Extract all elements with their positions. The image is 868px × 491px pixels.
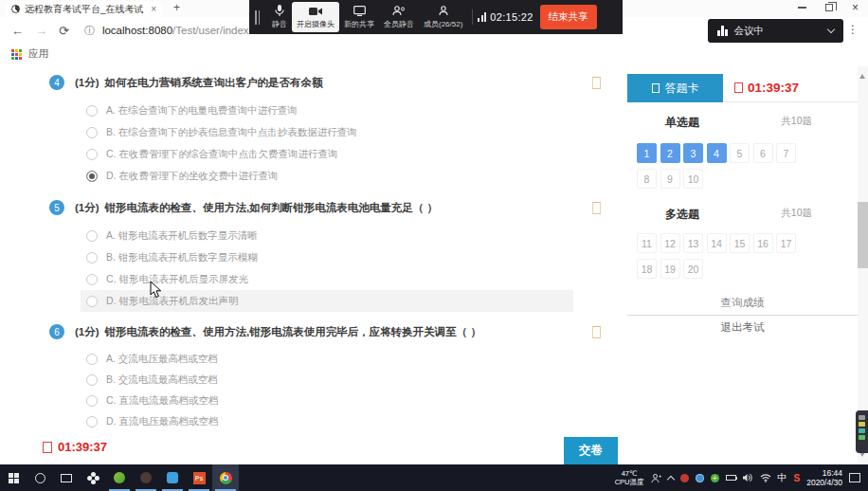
scroll-up-icon[interactable] — [859, 74, 865, 79]
grid-cell[interactable]: 4 — [707, 143, 727, 163]
forward-icon[interactable]: → — [35, 24, 47, 38]
mark-question-icon[interactable] — [592, 77, 601, 89]
show-hidden-icons[interactable] — [666, 475, 674, 482]
mark-question-icon[interactable] — [592, 326, 601, 338]
address-bar[interactable]: localhost:8080/Test/user/index.do — [102, 25, 264, 36]
grid-cell[interactable]: 14 — [707, 233, 727, 253]
scrollbar-thumb[interactable] — [858, 202, 868, 268]
grid-cell[interactable]: 13 — [683, 233, 703, 253]
ime-indicator[interactable]: 中 — [778, 471, 787, 484]
restore-icon[interactable] — [825, 4, 833, 11]
grid-cell[interactable]: 6 — [753, 143, 773, 163]
option-label: C. 直流电流最高档或空档 — [106, 394, 218, 408]
radio-selected-icon[interactable] — [86, 171, 98, 182]
radio-icon[interactable] — [86, 105, 98, 117]
grid-cell[interactable]: 12 — [660, 233, 680, 253]
radio-icon[interactable] — [86, 374, 98, 386]
members-button[interactable]: 成员(26/52) — [419, 2, 467, 32]
radio-icon[interactable] — [86, 127, 98, 138]
query-score-link[interactable]: 查询成绩 — [627, 291, 858, 316]
radio-icon[interactable] — [86, 354, 98, 365]
grid-cell[interactable]: 1 — [637, 143, 657, 163]
site-info-icon[interactable]: ⓘ — [84, 24, 95, 38]
mute-all-button[interactable]: 全员静音 — [379, 2, 419, 32]
taskbar-app-pinwheel[interactable] — [80, 464, 106, 491]
action-center-icon[interactable] — [849, 473, 860, 482]
grid-cell[interactable]: 19 — [660, 259, 680, 279]
radio-icon[interactable] — [86, 416, 98, 427]
radio-icon[interactable] — [86, 274, 98, 285]
camera-button[interactable]: 开启摄像头 — [292, 2, 339, 32]
option-row[interactable]: A. 钳形电流表开机后数字显示清晰 — [81, 225, 573, 246]
radio-icon[interactable] — [86, 230, 98, 242]
option-row[interactable]: B. 交流电流最高档或空档 — [81, 370, 573, 391]
cortana-button[interactable] — [27, 464, 53, 491]
option-row[interactable]: D. 在收费管理下的坐收交费中进行查询 — [81, 165, 573, 187]
close-icon[interactable]: × — [852, 3, 859, 12]
sogou-icon[interactable]: S — [794, 473, 801, 483]
browser-menu-icon[interactable]: ⋮ — [847, 23, 859, 36]
option-row[interactable]: A. 在综合查询下的电量电费查询中进行查询 — [81, 100, 573, 121]
grid-cell[interactable]: 9 — [660, 169, 680, 189]
grid-cell[interactable]: 11 — [637, 233, 657, 253]
radio-icon[interactable] — [86, 149, 98, 160]
radio-icon[interactable] — [86, 395, 98, 407]
taskbar-app-chrome[interactable] — [212, 464, 239, 491]
grid-cell[interactable]: 5 — [730, 143, 750, 163]
grid-cell[interactable]: 7 — [776, 143, 796, 163]
grid-cell[interactable]: 3 — [683, 143, 703, 163]
radio-icon[interactable] — [86, 296, 98, 307]
option-label: B. 交流电流最高档或空档 — [106, 373, 218, 387]
wifi-icon[interactable] — [760, 474, 771, 482]
speaker-icon[interactable] — [743, 473, 753, 482]
battery-icon[interactable] — [726, 475, 736, 481]
chevron-down-icon[interactable] — [827, 26, 835, 33]
mark-question-icon[interactable] — [592, 202, 601, 214]
apps-bookmark-label[interactable]: 应用 — [28, 47, 48, 61]
task-view-button[interactable] — [53, 464, 80, 491]
minimize-icon[interactable] — [798, 7, 806, 9]
option-row[interactable]: A. 交流电压最高档或空档 — [81, 349, 573, 370]
taskbar-app-dark[interactable] — [133, 464, 159, 491]
taskbar-app-blue[interactable] — [159, 464, 186, 491]
grid-cell[interactable]: 17 — [776, 233, 796, 253]
browser-tab[interactable]: 远程教育考试平台_在线考试 × — [6, 1, 162, 17]
end-share-button[interactable]: 结束共享 — [540, 5, 597, 29]
new-share-button[interactable]: 新的共享 — [339, 2, 379, 32]
mute-button[interactable]: 静音 — [267, 2, 292, 32]
tray-globe-icon[interactable] — [696, 474, 704, 482]
taskbar-clock[interactable]: 16:44 2020/4/30 — [806, 468, 842, 487]
back-icon[interactable]: ← — [11, 24, 24, 38]
floating-toolbar-widget[interactable] — [856, 410, 868, 453]
grid-cell[interactable]: 20 — [683, 259, 703, 279]
grid-cell[interactable]: 2 — [660, 143, 680, 163]
taskbar-app-photoshop[interactable]: Ps — [186, 464, 212, 491]
option-row[interactable]: B. 在综合查询下的抄表信息查询中点击抄表数据进行查询 — [81, 121, 573, 143]
drag-handle[interactable] — [255, 10, 262, 25]
reload-icon[interactable]: ⟳ — [59, 24, 69, 38]
option-row[interactable]: C. 直流电流最高档或空档 — [81, 391, 573, 411]
meeting-status-pill[interactable]: 会议中 — [708, 19, 843, 43]
option-row[interactable]: D. 直流电压最高档或空档 — [81, 411, 573, 432]
option-row[interactable]: C. 在收费管理下的综合查询中点击欠费查询进行查询 — [81, 143, 573, 165]
apps-grid-icon[interactable] — [11, 49, 22, 60]
page-scrollbar[interactable] — [858, 66, 868, 464]
radio-icon[interactable] — [86, 252, 98, 264]
new-tab-button[interactable]: + — [173, 1, 180, 14]
tab-close-icon[interactable]: × — [151, 4, 156, 14]
grid-cell[interactable]: 10 — [683, 169, 703, 189]
option-row[interactable]: B. 钳形电流表开机后数字显示模糊 — [81, 246, 573, 268]
grid-cell[interactable]: 15 — [730, 233, 750, 253]
grid-cell[interactable]: 16 — [753, 233, 773, 253]
section-header-multi: 多选题 共10题 — [627, 194, 858, 223]
answer-sheet-tab[interactable]: 答题卡 — [627, 74, 723, 102]
submit-exam-button[interactable]: 交卷 — [564, 437, 618, 464]
grid-cell[interactable]: 18 — [637, 259, 657, 279]
exit-exam-link[interactable]: 退出考试 — [627, 316, 858, 339]
taskbar-app-green[interactable] — [106, 464, 133, 491]
grid-cell[interactable]: 8 — [637, 169, 657, 189]
start-button[interactable] — [0, 464, 27, 491]
tray-red-icon[interactable] — [680, 474, 689, 482]
people-icon[interactable] — [651, 473, 661, 483]
tray-shield-icon[interactable]: + — [711, 474, 719, 482]
